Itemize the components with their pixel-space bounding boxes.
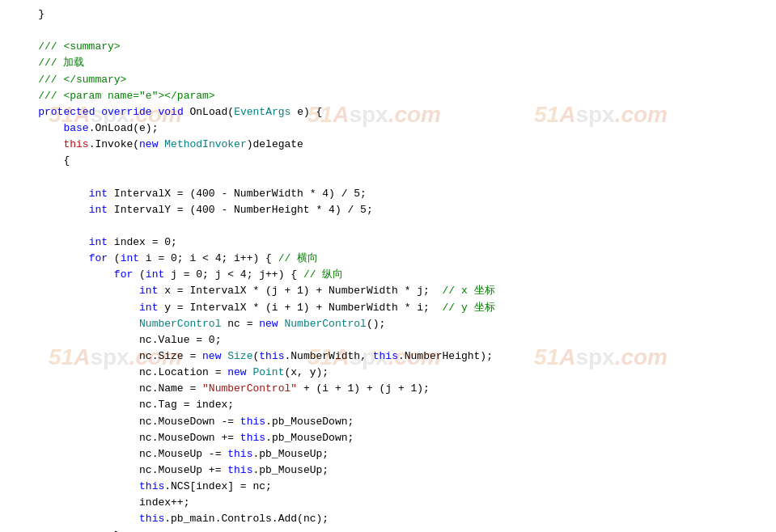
code-line-13: int IntervalY = (400 - NumberHeight * 4)… <box>13 202 763 218</box>
code-line-9: this.Invoke(new MethodInvoker)delegate <box>13 137 763 153</box>
code-line-31: index++; <box>13 495 763 511</box>
code-line-10: { <box>13 153 763 169</box>
code-line-19: int y = IntervalX * (i + 1) + NumberWidt… <box>13 300 763 316</box>
code-line-3: /// <summary> <box>13 39 763 55</box>
code-line-6: /// <param name="e"></param> <box>13 88 763 104</box>
code-line-15: int index = 0; <box>13 234 763 251</box>
code-line-18: int x = IntervalX * (j + 1) + NumberWidt… <box>13 283 763 299</box>
code-line-20: NumberControl nc = new NumberControl(); <box>13 316 763 332</box>
code-line-29: nc.MouseUp += this.pb_MouseUp; <box>13 462 763 479</box>
code-line-2 <box>13 23 763 39</box>
code-line-21: nc.Value = 0; <box>13 332 763 348</box>
code-editor: 51Aspx.com 51Aspx.com 51Aspx.com 51Aspx.… <box>0 0 776 532</box>
code-line-28: nc.MouseUp -= this.pb_MouseUp; <box>13 446 763 462</box>
code-line-8: base.OnLoad(e); <box>13 120 763 137</box>
code-line-11 <box>13 169 763 185</box>
code-line-30: this.NCS[index] = nc; <box>13 479 763 495</box>
code-line-24: nc.Name = "NumberControl" + (i + 1) + (j… <box>13 381 763 397</box>
code-line-32: this.pb_main.Controls.Add(nc); <box>13 511 763 527</box>
code-line-5: /// </summary> <box>13 72 763 88</box>
code-line-23: nc.Location = new Point(x, y); <box>13 365 763 381</box>
code-line-25: nc.Tag = index; <box>13 397 763 413</box>
code-line-33: } <box>13 528 763 533</box>
code-line-1: } <box>13 6 763 23</box>
code-line-22: nc.Size = new Size(this.NumberWidth, thi… <box>13 348 763 365</box>
code-line-12: int IntervalX = (400 - NumberWidth * 4) … <box>13 186 763 202</box>
code-line-14 <box>13 218 763 234</box>
code-line-17: for (int j = 0; j < 4; j++) { // 纵向 <box>13 267 763 283</box>
code-line-7: protected override void OnLoad(EventArgs… <box>13 104 763 120</box>
code-line-16: for (int i = 0; i < 4; i++) { // 横向 <box>13 251 763 267</box>
code-line-27: nc.MouseDown += this.pb_MouseDown; <box>13 430 763 446</box>
code-line-4: /// 加载 <box>13 55 763 71</box>
code-line-26: nc.MouseDown -= this.pb_MouseDown; <box>13 414 763 430</box>
